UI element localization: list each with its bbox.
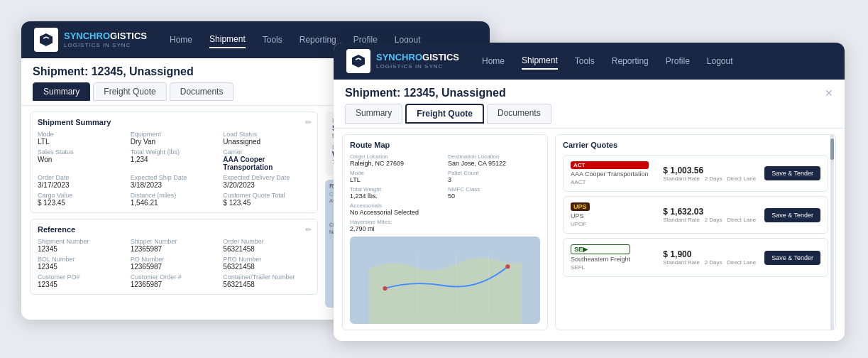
carrier-left-ups: UPS UPS UPOF bbox=[571, 202, 590, 227]
equipment-value: Dry Van bbox=[131, 138, 218, 146]
brand-tagline-2: LOGISTICS IN SYNC bbox=[376, 63, 459, 70]
big-map bbox=[350, 237, 540, 324]
customer-quote-label: Customer Quote Total bbox=[223, 192, 310, 199]
tab-documents-1[interactable]: Documents bbox=[170, 82, 234, 101]
carrier-right-ups: $ 1,632.03 Standard Rate 2 Days Direct L… bbox=[663, 207, 820, 223]
nav-tools-2[interactable]: Tools bbox=[575, 53, 595, 69]
route-info-grid: Origin Location Raleigh, NC 27609 Destin… bbox=[350, 153, 540, 232]
carrier-quotes-panel: Carrier Quotes ACT AAA Cooper Transporta… bbox=[555, 134, 836, 330]
load-status-value: Unassigned bbox=[223, 138, 310, 146]
carrier-value: AAA Cooper Transportation bbox=[223, 156, 310, 171]
accessorials-field: Accessorials No Accessorial Selected bbox=[350, 202, 540, 216]
mode-c2-field: Mode LTL bbox=[350, 170, 442, 183]
logo-box-2 bbox=[346, 49, 370, 73]
shipment-summary-title: Shipment Summary bbox=[38, 118, 310, 126]
nav-links-2: Home Shipment Tools Reporting Profile Lo… bbox=[482, 53, 832, 70]
summary-fields: Mode LTL Equipment Dry Van Load Status U… bbox=[38, 131, 310, 207]
expected-ship-field: Expected Ship Date 3/18/2023 bbox=[131, 174, 218, 189]
card1-left: Shipment Summary ✏ Mode LTL Equipment Dr… bbox=[30, 112, 318, 308]
svg-point-4 bbox=[383, 286, 387, 291]
destination-field: Destination Location San Jose, CA 95122 bbox=[448, 153, 540, 167]
reference-fields: Shipment Number 12345 Shipper Number 123… bbox=[38, 238, 310, 288]
expected-delivery-field: Expected Delivery Date 3/20/2023 bbox=[223, 174, 310, 189]
order-number-field: Order Number 56321458 bbox=[223, 238, 310, 253]
shipper-number-field: Shipper Number 12365987 bbox=[131, 238, 218, 253]
carrier-label: Carrier bbox=[223, 148, 310, 156]
carrier-row-ups: UPS UPS UPOF $ 1,632.03 Standard Rate 2 … bbox=[563, 196, 828, 234]
svg-point-5 bbox=[505, 264, 510, 268]
pro-field: PRO Number 56321458 bbox=[223, 256, 310, 271]
edit-reference-icon[interactable]: ✏ bbox=[305, 225, 312, 234]
tab-summary-2[interactable]: Summary bbox=[345, 104, 402, 124]
distance-label: Distance (miles) bbox=[131, 192, 218, 199]
tab-freight-quote-1[interactable]: Freight Quote bbox=[93, 82, 166, 101]
reference-title: Reference bbox=[38, 225, 310, 234]
shipment-title-2: Shipment: 12345, Unassigned bbox=[345, 87, 506, 99]
bol-field: BOL Number 12345 bbox=[38, 256, 125, 271]
mode-field: Mode LTL bbox=[38, 131, 125, 146]
shipment-number-field: Shipment Number 12345 bbox=[38, 238, 125, 253]
nav-shipment-1[interactable]: Shipment bbox=[209, 31, 246, 48]
sales-status-value: Won bbox=[38, 156, 125, 163]
logo-box-1 bbox=[34, 28, 58, 52]
carrier-left-aact: ACT AAA Cooper Transportation AACT bbox=[571, 161, 649, 185]
sefl-logo: SE▶ bbox=[571, 244, 630, 254]
aact-logo: ACT bbox=[571, 161, 649, 169]
carrier-field: Carrier AAA Cooper Transportation bbox=[223, 148, 310, 171]
nav-tools-1[interactable]: Tools bbox=[263, 32, 282, 48]
save-tender-sefl[interactable]: Save & Tender bbox=[764, 251, 820, 265]
nmfc-field: NMFC Class 50 bbox=[448, 186, 540, 200]
shipment-header-2: Shipment: 12345, Unassigned ✕ bbox=[334, 80, 845, 104]
distance-value: 1,546.21 bbox=[131, 199, 218, 207]
logo-area-2: SYNCHROGISTICS LOGISTICS IN SYNC bbox=[346, 49, 459, 73]
nav-reporting-1[interactable]: Reporting bbox=[300, 32, 336, 48]
order-date-value: 3/17/2023 bbox=[38, 181, 125, 189]
carrier-right-aact: $ 1,003.56 Standard Rate 2 Days Direct L… bbox=[663, 166, 820, 182]
mode-value: LTL bbox=[38, 138, 125, 146]
customer-quote-value: $ 123.45 bbox=[223, 199, 310, 207]
logo-area-1: SYNCHROGISTICS LOGISTICS IN SYNC bbox=[34, 28, 147, 52]
tab-freight-quote-2[interactable]: Freight Quote bbox=[405, 104, 484, 124]
load-status-label: Load Status bbox=[223, 131, 310, 138]
tab-documents-2[interactable]: Documents bbox=[487, 104, 551, 124]
scrollbar-thumb-2 bbox=[830, 139, 834, 160]
total-weight-label: Total Weight (lbs) bbox=[131, 148, 218, 156]
mode-label: Mode bbox=[38, 131, 125, 138]
nav-shipment-2[interactable]: Shipment bbox=[522, 53, 558, 70]
edit-summary-icon[interactable]: ✏ bbox=[305, 118, 312, 127]
route-map-card: Route Map Origin Location Raleigh, NC 27… bbox=[342, 134, 548, 330]
total-weight-field: Total Weight (lbs) 1,234 bbox=[131, 148, 218, 171]
c2-right: Carrier Quotes ACT AAA Cooper Transporta… bbox=[555, 134, 836, 330]
load-status-field: Load Status Unassigned bbox=[223, 131, 310, 146]
container-field: Container/Trailer Number 56321458 bbox=[223, 273, 310, 288]
carrier-row-sefl: SE▶ Southeastern Freight SEFL $ 1,900 St… bbox=[563, 238, 828, 277]
tabs-2: Summary Freight Quote Documents bbox=[334, 104, 845, 129]
tab-summary-1[interactable]: Summary bbox=[33, 82, 90, 101]
cargo-value-field: Cargo Value $ 123.45 bbox=[38, 192, 125, 207]
po-field: PO Number 12365987 bbox=[131, 256, 218, 271]
save-tender-aact[interactable]: Save & Tender bbox=[764, 166, 820, 180]
haversine-field: Haversine Miles: 2,790 mi bbox=[350, 219, 540, 232]
nav-profile-2[interactable]: Profile bbox=[666, 53, 690, 69]
card2-body: Route Map Origin Location Raleigh, NC 27… bbox=[334, 129, 845, 336]
weight-c2-field: Total Weight 1,234 lbs. bbox=[350, 186, 442, 200]
order-date-label: Order Date bbox=[38, 174, 125, 181]
carrier-quotes-title: Carrier Quotes bbox=[563, 141, 828, 149]
cargo-value-label: Cargo Value bbox=[38, 192, 125, 199]
distance-field: Distance (miles) 1,546.21 bbox=[131, 192, 218, 207]
c2-left: Route Map Origin Location Raleigh, NC 27… bbox=[342, 134, 548, 330]
nav-reporting-2[interactable]: Reporting bbox=[612, 53, 649, 69]
shipment-title-1: Shipment: 12345, Unassigned bbox=[33, 65, 194, 78]
close-button-2[interactable]: ✕ bbox=[825, 87, 833, 99]
equipment-label: Equipment bbox=[131, 131, 218, 138]
scrollbar-2[interactable] bbox=[830, 134, 834, 330]
sales-status-field: Sales Status Won bbox=[38, 148, 125, 171]
nav-home-1[interactable]: Home bbox=[170, 32, 192, 48]
sales-status-label: Sales Status bbox=[38, 148, 125, 156]
customer-quote-field: Customer Quote Total $ 123.45 bbox=[223, 192, 310, 207]
nav-logout-2[interactable]: Logout bbox=[707, 53, 733, 69]
carrier-left-sefl: SE▶ Southeastern Freight SEFL bbox=[571, 244, 630, 271]
customer-po-field: Customer PO# 12345 bbox=[38, 273, 125, 288]
nav-home-2[interactable]: Home bbox=[482, 53, 505, 69]
save-tender-ups[interactable]: Save & Tender bbox=[764, 208, 820, 222]
